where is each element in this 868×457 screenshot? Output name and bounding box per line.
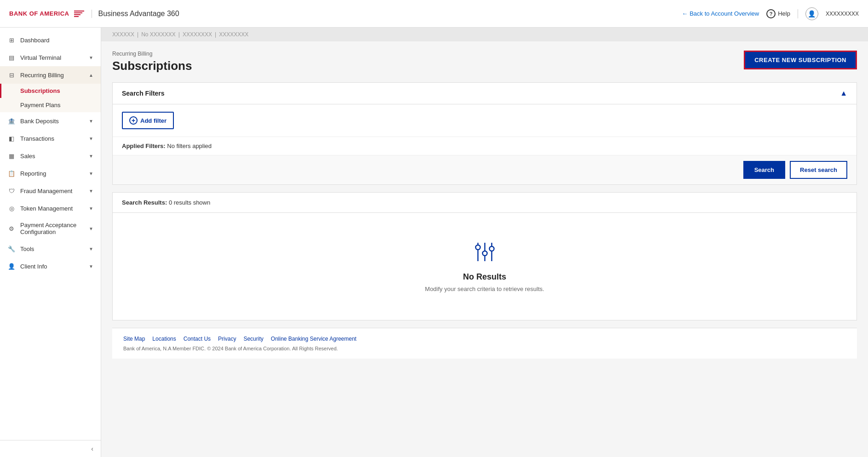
sidebar-item-dashboard[interactable]: ⊞ Dashboard <box>0 31 101 49</box>
sidebar-item-reporting-label: Reporting <box>20 170 46 177</box>
footer-links: Site Map Locations Contact Us Privacy Se… <box>123 336 846 342</box>
search-results-label: Search Results: <box>122 199 167 206</box>
page-section-label: Recurring Billing <box>112 51 192 57</box>
recurring-billing-icon: ⊟ <box>7 71 16 79</box>
sidebar-nav: ⊞ Dashboard ▤ Virtual Terminal ▼ ⊟ Recur… <box>0 28 101 440</box>
sidebar-item-client-info[interactable]: 👤 Client Info ▼ <box>0 257 101 275</box>
help-button[interactable]: ? Help <box>766 9 790 18</box>
sidebar-item-transactions[interactable]: ◧ Transactions ▼ <box>0 130 101 147</box>
chevron-up-icon: ▲ <box>89 73 93 78</box>
applied-filters-value: No filters applied <box>167 143 212 149</box>
search-filters-card: Search Filters ▲ + Add filter Applied Fi… <box>112 82 857 185</box>
sidebar-item-payment-plans[interactable]: Payment Plans <box>0 98 101 112</box>
add-filter-button[interactable]: + Add filter <box>122 112 174 129</box>
applied-filters-row: Applied Filters: No filters applied <box>113 137 857 155</box>
breadcrumb-sep-1: | <box>137 31 138 38</box>
chevron-down-icon: ▼ <box>89 171 93 176</box>
create-new-subscription-button[interactable]: CREATE NEW SUBSCRIPTION <box>744 51 857 69</box>
sidebar-item-payment-plans-label: Payment Plans <box>20 102 60 109</box>
sidebar-item-subscriptions-label: Subscriptions <box>20 87 60 94</box>
header-right: ← Back to Account Overview ? Help 👤 XXXX… <box>682 7 859 20</box>
breadcrumb-item-3: XXXXXXXX <box>183 31 212 38</box>
content-area: Recurring Billing Subscriptions CREATE N… <box>101 41 868 368</box>
breadcrumb-item-1: XXXXXX <box>112 31 134 38</box>
header: BANK OF AMERICA Business Advantage 360 ←… <box>0 0 868 28</box>
chevron-down-icon: ▼ <box>89 226 93 231</box>
tools-icon: 🔧 <box>7 245 16 253</box>
footer-link-security[interactable]: Security <box>243 336 263 342</box>
chevron-down-icon: ▼ <box>89 264 93 269</box>
fraud-management-icon: 🛡 <box>7 187 16 195</box>
logo-text: BANK OF AMERICA <box>9 10 69 17</box>
sidebar-item-bank-deposits[interactable]: 🏦 Bank Deposits ▼ <box>0 112 101 130</box>
logo-line-2 <box>74 12 82 13</box>
sidebar-collapse-button[interactable]: ‹ <box>0 440 101 457</box>
breadcrumb: XXXXXX | No XXXXXXX | XXXXXXXX | XXXXXXX… <box>101 28 868 41</box>
breadcrumb-item-2: No XXXXXXX <box>141 31 176 38</box>
sidebar-item-sales[interactable]: ▦ Sales ▼ <box>0 147 101 165</box>
sidebar-item-subscriptions[interactable]: Subscriptions <box>0 84 101 98</box>
footer-link-contact-us[interactable]: Contact Us <box>184 336 211 342</box>
client-info-icon: 👤 <box>7 262 16 270</box>
logo: BANK OF AMERICA <box>9 10 84 17</box>
back-to-account-link[interactable]: ← Back to Account Overview <box>682 10 759 17</box>
search-results-card: Search Results: 0 results shown <box>112 192 857 320</box>
footer-link-locations[interactable]: Locations <box>152 336 176 342</box>
svg-point-3 <box>476 245 480 250</box>
search-filters-title: Search Filters <box>122 90 165 97</box>
no-results-icon <box>471 240 499 265</box>
sidebar-item-payment-acceptance-label: Payment Acceptance Configuration <box>20 222 89 235</box>
sidebar-item-fraud-management-label: Fraud Management <box>20 188 72 194</box>
user-name: XXXXXXXXX <box>826 11 859 17</box>
help-circle-icon: ? <box>766 9 776 18</box>
sidebar-item-client-info-label: Client Info <box>20 263 47 270</box>
breadcrumb-sep-3: | <box>215 31 216 38</box>
search-filters-body: + Add filter <box>113 104 857 137</box>
token-management-icon: ◎ <box>7 204 16 212</box>
sidebar-item-recurring-billing-label: Recurring Billing <box>20 72 64 79</box>
sidebar-item-sales-label: Sales <box>20 153 35 160</box>
sidebar-item-payment-acceptance[interactable]: ⚙ Payment Acceptance Configuration ▼ <box>0 217 101 240</box>
sidebar-item-virtual-terminal[interactable]: ▤ Virtual Terminal ▼ <box>0 49 101 66</box>
page-header: Recurring Billing Subscriptions CREATE N… <box>112 51 857 73</box>
sidebar-item-virtual-terminal-label: Virtual Terminal <box>20 54 61 61</box>
footer-link-online-banking-agreement[interactable]: Online Banking Service Agreement <box>271 336 356 342</box>
sidebar-item-tools[interactable]: 🔧 Tools ▼ <box>0 240 101 257</box>
logo-line-4 <box>74 16 79 17</box>
transactions-icon: ◧ <box>7 134 16 143</box>
page-title: Subscriptions <box>112 59 192 73</box>
no-results-subtitle: Modify your search criteria to retrieve … <box>425 286 544 292</box>
sidebar-item-reporting[interactable]: 📋 Reporting ▼ <box>0 165 101 182</box>
footer-link-privacy[interactable]: Privacy <box>218 336 236 342</box>
sales-icon: ▦ <box>7 152 16 160</box>
logo-lines-icon <box>74 11 84 17</box>
user-avatar-icon: 👤 <box>805 7 818 20</box>
sidebar-item-recurring-billing[interactable]: ⊟ Recurring Billing ▲ <box>0 66 101 84</box>
recurring-billing-submenu: Subscriptions Payment Plans <box>0 84 101 112</box>
back-arrow-icon: ← <box>682 10 688 17</box>
virtual-terminal-icon: ▤ <box>7 53 16 62</box>
reset-search-button[interactable]: Reset search <box>790 161 847 179</box>
search-results-header: Search Results: 0 results shown <box>113 193 857 213</box>
chevron-down-icon: ▼ <box>89 206 93 211</box>
search-results-body: No Results Modify your search criteria t… <box>113 213 857 320</box>
search-filters-header: Search Filters ▲ <box>113 83 857 104</box>
footer-link-sitemap[interactable]: Site Map <box>123 336 145 342</box>
sidebar-item-tools-label: Tools <box>20 246 34 252</box>
sidebar-item-token-management[interactable]: ◎ Token Management ▼ <box>0 200 101 217</box>
breadcrumb-sep-2: | <box>178 31 180 38</box>
bank-deposits-icon: 🏦 <box>7 117 16 125</box>
collapse-search-filters-button[interactable]: ▲ <box>840 89 847 97</box>
header-divider <box>798 9 798 18</box>
sidebar-item-fraud-management[interactable]: 🛡 Fraud Management ▼ <box>0 182 101 200</box>
dashboard-icon: ⊞ <box>7 36 16 44</box>
plus-circle-icon: + <box>129 116 138 125</box>
search-button[interactable]: Search <box>743 161 785 179</box>
chevron-down-icon: ▼ <box>89 119 93 124</box>
chevron-down-icon: ▼ <box>89 154 93 159</box>
breadcrumb-item-4: XXXXXXXX <box>219 31 248 38</box>
applied-filters-label: Applied Filters: <box>122 143 166 149</box>
svg-point-5 <box>489 246 494 251</box>
search-actions-row: Search Reset search <box>113 155 857 184</box>
search-results-count: 0 results shown <box>169 199 210 206</box>
